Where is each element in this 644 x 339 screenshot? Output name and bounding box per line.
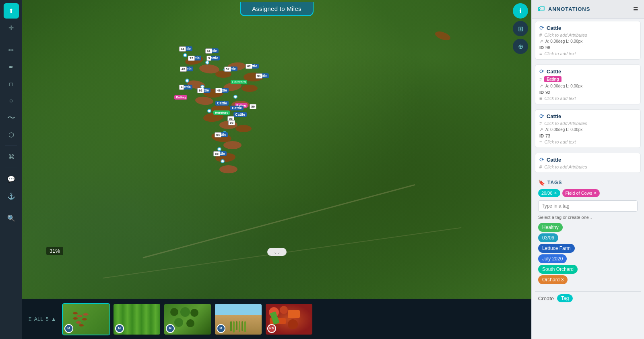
panel-toggle-button[interactable]: ☰: [633, 6, 638, 12]
tag-chip-fieldofcows[interactable]: Field of Cows ×: [562, 189, 600, 197]
filmstrip: Σ ALL 5 ▲ M M: [22, 299, 531, 339]
ann-id-label-3: ID: [539, 133, 544, 138]
cow-cluster: Cattle 44 Cattle 61 Cattle 72 Cattle 3 C…: [163, 44, 405, 246]
counter-label: ALL: [34, 316, 43, 322]
tag-select-hint: Select a tag or create one ↓: [538, 215, 638, 220]
filmstrip-thumb-1[interactable]: M: [62, 303, 110, 335]
annotations-icon: 🏷: [537, 5, 545, 13]
filmstrip-thumb-5[interactable]: KS: [265, 303, 313, 335]
counter-count: 5: [46, 316, 49, 322]
filmstrip-thumb-4[interactable]: M: [214, 303, 262, 335]
thumb-avatar-5: KS: [267, 324, 276, 333]
hash-icon-3: #: [539, 121, 542, 126]
ann-text-1[interactable]: Click to add text: [544, 51, 576, 56]
cattle-dot: [205, 60, 209, 64]
tags-label-icon: 🔖: [538, 179, 545, 186]
eating-tag-1[interactable]: Eating: [174, 93, 187, 100]
tag-suggestion-healthy[interactable]: Healthy: [538, 223, 563, 232]
sort-icon[interactable]: ▲: [51, 316, 56, 322]
thumb-avatar-4: M: [217, 324, 225, 333]
tag-chip-fieldofcows-remove[interactable]: ×: [594, 190, 597, 196]
thumb-avatar-3: M: [166, 324, 175, 333]
toolbar-divider-4: [5, 207, 17, 207]
sigma-icon: Σ: [29, 316, 31, 322]
ann-id-label-2: ID: [539, 90, 544, 95]
node-tool[interactable]: ⌘: [4, 149, 19, 164]
map-action-buttons: ℹ ⊞ ⊕: [513, 3, 528, 54]
circle-tool[interactable]: ○: [4, 93, 19, 108]
layers-button[interactable]: ⊕: [513, 39, 528, 54]
hash-icon-2: #: [539, 77, 542, 82]
chat-tool[interactable]: 💬: [4, 171, 19, 187]
eraser-tool[interactable]: ◻: [4, 76, 19, 92]
cursor-tool[interactable]: ⬆: [4, 3, 19, 19]
ann-id-val-2: 92: [545, 90, 550, 95]
map-canvas[interactable]: Assigned to Miles ℹ ⊞ ⊕: [22, 0, 531, 299]
hash-icon-4: #: [539, 164, 542, 169]
ann-attr-4[interactable]: Click to add Attributes: [544, 164, 587, 169]
annotation-item-1: ⟳ Cattle # Click to add Attributes ↗ A: …: [535, 21, 641, 60]
create-tag-button[interactable]: Tag: [557, 294, 573, 302]
pen-tool[interactable]: ✏: [4, 42, 19, 58]
panel-title: 🏷 ANNOTATIONS: [537, 5, 590, 13]
ann-label-1: Cattle: [547, 25, 561, 31]
tag-suggestions: Healthy 03/06 Lettuce Farm July 2020 Sou…: [538, 223, 638, 284]
film-counter: Σ ALL 5 ▲: [25, 316, 60, 322]
toolbar-divider-1: [5, 39, 17, 39]
text-icon-2: ≡: [539, 96, 542, 101]
tag-suggestion-southorchard[interactable]: South Orchard: [538, 265, 578, 274]
ann-id-val-3: 73: [545, 133, 550, 138]
annotations-title: ANNOTATIONS: [548, 6, 590, 12]
pencil-tool[interactable]: ✒: [4, 59, 19, 75]
hereford-tag-2[interactable]: Hereford: [213, 108, 230, 115]
annotation-item-3: ⟳ Cattle # Click to add Attributes ↗ A: …: [535, 109, 641, 148]
ann-text-3[interactable]: Click to add text: [544, 139, 576, 144]
search-map-tool[interactable]: 🔍: [4, 210, 19, 226]
cattle-dot: [185, 79, 189, 83]
cattle-dot: [217, 147, 221, 151]
right-panel: 🏷 ANNOTATIONS ☰ ⟳ Cattle # Click to add …: [531, 0, 644, 339]
cattle-dot: [207, 109, 211, 113]
tag-input[interactable]: [538, 200, 638, 212]
cattle-dot: [183, 53, 187, 57]
crosshair-tool[interactable]: ✛: [4, 20, 19, 35]
hereford-tag-1[interactable]: Hereford: [231, 77, 247, 85]
tag-chip-2008[interactable]: 20/08 ×: [538, 189, 560, 197]
ann-id-val-1: 98: [545, 45, 550, 50]
thumb-avatar-2: M: [115, 324, 124, 333]
wave-tool[interactable]: 〜: [4, 110, 19, 125]
tag-suggestion-lettuce[interactable]: Lettuce Farm: [538, 244, 575, 253]
cube-tool[interactable]: ⬡: [4, 127, 19, 142]
main-area: Assigned to Miles ℹ ⊞ ⊕: [22, 0, 531, 339]
ann-attr-3[interactable]: Click to add Attributes: [544, 121, 587, 126]
annotation-item-4: ⟳ Cattle # Click to add Attributes: [535, 153, 641, 173]
arrow-icon-3: ↗: [539, 127, 543, 132]
tag-chip-2008-remove[interactable]: ×: [554, 190, 557, 196]
ann-id-label-1: ID: [539, 45, 544, 50]
info-button[interactable]: ℹ: [513, 3, 528, 19]
grid-button[interactable]: ⊞: [513, 21, 528, 36]
ann-coord-1: A: 0.00deg L: 0.00px: [545, 39, 582, 44]
filmstrip-thumb-3[interactable]: M: [163, 303, 212, 335]
arrow-icon-1: ↗: [539, 39, 543, 44]
tag-suggestion-orchard3[interactable]: Orchard 3: [538, 275, 568, 284]
ann-label-2: Cattle: [547, 69, 561, 75]
link-tool[interactable]: ⚓: [4, 188, 19, 204]
ann-shape-icon-4: ⟳: [539, 156, 544, 163]
tag-suggestion-july2020[interactable]: July 2020: [538, 254, 567, 263]
text-icon-3: ≡: [539, 139, 542, 144]
active-tags: 20/08 × Field of Cows ×: [538, 189, 638, 197]
ann-text-2[interactable]: Click to add text: [544, 96, 576, 101]
ann-shape-icon-1: ⟳: [539, 25, 544, 31]
collapse-filmstrip-button[interactable]: ⌄⌄: [267, 248, 287, 256]
ann-eating-tag[interactable]: Eating: [544, 76, 561, 82]
create-tag-row: Create Tag: [535, 291, 641, 305]
ann-attr-1[interactable]: Click to add Attributes: [544, 33, 587, 37]
annotation-item-2: ⟳ Cattle # Eating ↗ A: 0.00deg L: 0.00px…: [535, 64, 641, 104]
tag-suggestion-0306[interactable]: 03/06: [538, 233, 558, 242]
filmstrip-thumb-2[interactable]: M: [113, 303, 161, 335]
ann-shape-icon-3: ⟳: [539, 113, 544, 119]
tag-chip-2008-label: 20/08: [541, 191, 553, 195]
ann-label-3: Cattle: [547, 113, 561, 119]
cattle-dot: [221, 159, 225, 163]
